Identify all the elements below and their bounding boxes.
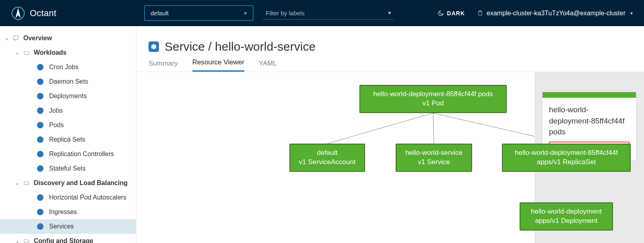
resource-icon: [37, 209, 43, 215]
overview-icon: [12, 35, 19, 42]
sidebar-item-label: Jobs: [49, 107, 63, 114]
sidebar-section-label: Discovery and Load Balancing: [34, 179, 128, 187]
node-kind: apps/v1 ReplicaSet: [537, 158, 596, 167]
octant-logo-icon: [11, 6, 25, 20]
sidebar-item-label: Replication Controllers: [49, 150, 114, 158]
clipboard-icon: [477, 10, 483, 16]
graph-node-sa[interactable]: defaultv1 ServiceAccount: [289, 144, 365, 172]
graph-node-pods[interactable]: hello-world-deployment-85ff4cf44f podsv1…: [359, 85, 507, 113]
sidebar-item-label: Pods: [49, 122, 64, 129]
page-title: Service / hello-world-service: [165, 40, 316, 54]
sidebar-item-label: Daemon Sets: [49, 78, 88, 85]
node-kind: v1 Service: [418, 158, 450, 167]
page-title-row: Service / hello-world-service: [136, 26, 644, 54]
graph-node-replicaset[interactable]: hello-world-deployment-85ff4cf44fapps/v1…: [502, 144, 631, 172]
folder-icon: [23, 180, 30, 186]
sidebar-item-daemon-sets[interactable]: Daemon Sets: [0, 74, 136, 89]
chevron-down-icon: ▾: [630, 10, 633, 16]
header-bar: Octant default ▾ Filter by labels ▾ DARK…: [0, 0, 644, 26]
sidebar-section-discovery-and-load-balancing[interactable]: ⌄ Discovery and Load Balancing: [0, 176, 136, 190]
node-name: hello-world-deployment: [531, 207, 602, 216]
svg-marker-3: [151, 44, 156, 49]
layout: ⌄ Overview ⌄ Workloads Cron Jobs Daemon …: [0, 26, 644, 243]
resource-icon: [37, 165, 43, 172]
chevron-down-icon: ⌄: [14, 50, 20, 56]
sidebar-item-stateful-sets[interactable]: Stateful Sets: [0, 161, 136, 176]
resource-icon: [37, 136, 43, 143]
sidebar-item-ingresses[interactable]: Ingresses: [0, 205, 136, 219]
chevron-down-icon: ⌄: [14, 238, 20, 243]
brand: Octant: [11, 6, 144, 20]
moon-icon: [438, 10, 444, 16]
resource-icon: [37, 223, 43, 230]
resource-icon: [37, 194, 43, 201]
chevron-down-icon: ⌄: [14, 180, 20, 186]
node-kind: apps/v1 Deployment: [535, 216, 598, 226]
sidebar-section-label: Config and Storage: [34, 237, 93, 243]
node-name: hello-world-deployment-85ff4cf44f: [515, 148, 618, 158]
caret-down-icon: ▾: [244, 10, 247, 17]
namespace-select[interactable]: default ▾: [144, 5, 254, 21]
tab-resource-viewer[interactable]: Resource Viewer: [192, 58, 244, 72]
sidebar: ⌄ Overview ⌄ Workloads Cron Jobs Daemon …: [0, 26, 136, 243]
caret-down-icon: ▾: [388, 9, 391, 16]
sidebar-item-label: Services: [49, 223, 74, 230]
sidebar-section-workloads[interactable]: ⌄ Workloads: [0, 45, 136, 60]
resource-viewer-area: hello-world-deployment-85ff4cf44f podsv1…: [136, 72, 644, 243]
sidebar-item-deployments[interactable]: Deployments: [0, 89, 136, 103]
sidebar-item-hpa[interactable]: Horizontal Pod Autoscalers: [0, 190, 136, 205]
resource-icon: [37, 64, 43, 70]
node-name: hello-world-service: [405, 148, 462, 158]
resource-icon: [37, 93, 43, 99]
resource-graph[interactable]: hello-world-deployment-85ff4cf44f podsv1…: [136, 72, 535, 243]
svg-line-6: [433, 113, 535, 144]
sidebar-item-label: Overview: [23, 35, 52, 42]
sidebar-section-config-and-storage[interactable]: ⌄ Config and Storage: [0, 234, 136, 243]
graph-node-service[interactable]: hello-world-servicev1 Service: [396, 144, 472, 172]
sidebar-item-services[interactable]: Services: [0, 219, 136, 234]
resource-icon: [37, 122, 43, 128]
svg-line-4: [327, 113, 433, 144]
sidebar-item-label: Replica Sets: [49, 136, 85, 143]
cluster-name: example-cluster-ka3TuTzYo4a@example-clus…: [487, 10, 625, 17]
resource-icon: [37, 151, 43, 157]
brand-name: Octant: [30, 8, 56, 19]
theme-label: DARK: [447, 10, 465, 16]
sidebar-item-label: Ingresses: [49, 208, 77, 216]
sidebar-item-label: Horizontal Pod Autoscalers: [49, 194, 126, 201]
tab-summary[interactable]: Summary: [149, 60, 178, 72]
sidebar-item-replication-controllers[interactable]: Replication Controllers: [0, 147, 136, 161]
sidebar-section-label: Workloads: [34, 49, 67, 56]
labels-filter-input[interactable]: Filter by labels ▾: [262, 6, 394, 20]
content: Service / hello-world-service SummaryRes…: [136, 26, 644, 243]
resource-icon: [37, 107, 43, 114]
folder-icon: [23, 49, 30, 56]
node-name: default: [317, 148, 337, 158]
sidebar-item-cron-jobs[interactable]: Cron Jobs: [0, 60, 136, 74]
sidebar-item-jobs[interactable]: Jobs: [0, 103, 136, 118]
sidebar-item-label: Stateful Sets: [49, 165, 86, 172]
tab-yaml[interactable]: YAML: [259, 60, 277, 72]
detail-title: hello-world-deployment-85ff4cf44f pods: [549, 104, 630, 138]
theme-toggle[interactable]: DARK: [438, 10, 465, 16]
sidebar-item-pods[interactable]: Pods: [0, 118, 136, 132]
sidebar-item-label: Cron Jobs: [49, 64, 78, 71]
node-kind: v1 Pod: [423, 99, 444, 108]
folder-icon: [23, 238, 30, 243]
sidebar-item-label: Deployments: [49, 93, 87, 100]
namespace-selected-value: default: [151, 10, 169, 16]
service-icon: [149, 41, 159, 52]
cluster-selector[interactable]: example-cluster-ka3TuTzYo4a@example-clus…: [477, 10, 633, 17]
node-name: hello-world-deployment-85ff4cf44f pods: [373, 90, 493, 99]
sidebar-item-overview[interactable]: ⌄ Overview: [0, 31, 136, 45]
resource-icon: [37, 78, 43, 85]
sidebar-item-replica-sets[interactable]: Replica Sets: [0, 132, 136, 147]
labels-filter-placeholder: Filter by labels: [266, 10, 305, 16]
svg-line-5: [433, 113, 434, 144]
tabs: SummaryResource ViewerYAML: [136, 54, 644, 72]
chevron-down-icon: ⌄: [4, 35, 10, 41]
node-kind: v1 ServiceAccount: [299, 158, 356, 167]
graph-node-deployment[interactable]: hello-world-deploymentapps/v1 Deployment: [520, 202, 613, 231]
